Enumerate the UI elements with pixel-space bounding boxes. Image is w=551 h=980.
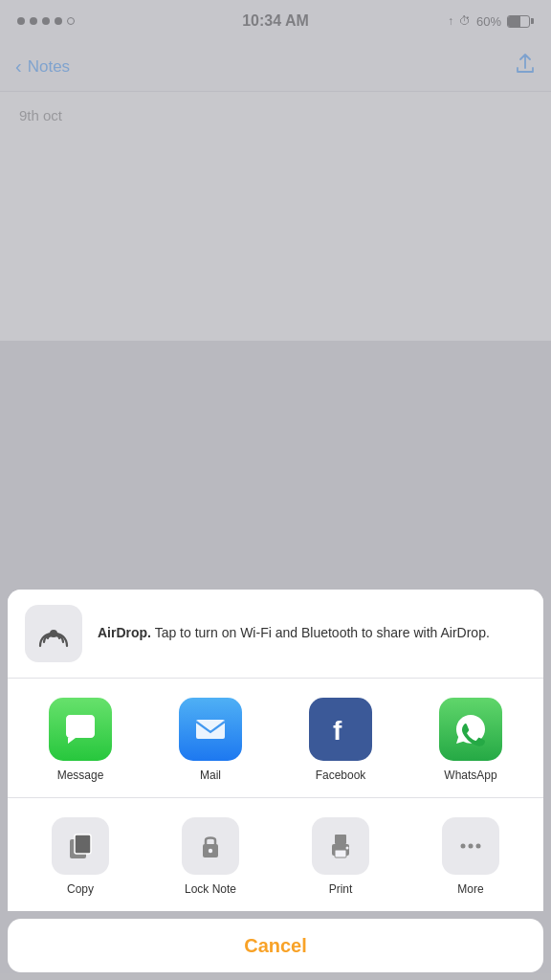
facebook-icon: f — [309, 698, 372, 761]
share-sheet: AirDrop. Tap to turn on Wi-Fi and Blueto… — [0, 590, 551, 980]
lock-note-label: Lock Note — [185, 882, 236, 896]
cancel-label: Cancel — [244, 935, 307, 957]
action-print[interactable]: Print — [302, 817, 379, 896]
cancel-button[interactable]: Cancel — [8, 919, 543, 972]
airdrop-description: AirDrop. Tap to turn on Wi-Fi and Blueto… — [98, 624, 490, 643]
mail-icon — [179, 698, 242, 761]
svg-text:f: f — [333, 716, 342, 746]
svg-rect-9 — [335, 850, 346, 858]
app-message[interactable]: Message — [42, 698, 119, 782]
airdrop-icon — [25, 605, 82, 662]
action-more[interactable]: More — [432, 817, 509, 896]
action-copy[interactable]: Copy — [42, 817, 119, 896]
copy-label: Copy — [67, 882, 94, 896]
airdrop-row[interactable]: AirDrop. Tap to turn on Wi-Fi and Blueto… — [8, 590, 543, 679]
action-lock-note[interactable]: Lock Note — [172, 817, 249, 896]
svg-point-11 — [461, 844, 466, 849]
svg-point-10 — [346, 847, 349, 850]
apps-row: Message Mail f Facebook — [8, 679, 543, 798]
airdrop-desc-text: Tap to turn on Wi-Fi and Bluetooth to sh… — [155, 625, 490, 640]
svg-point-13 — [476, 844, 481, 849]
print-icon — [312, 817, 369, 875]
lock-note-icon — [182, 817, 239, 875]
whatsapp-icon — [439, 698, 502, 761]
more-label: More — [457, 882, 483, 896]
svg-point-12 — [469, 844, 474, 849]
svg-point-6 — [209, 849, 212, 853]
svg-rect-4 — [75, 835, 91, 854]
share-panel: AirDrop. Tap to turn on Wi-Fi and Blueto… — [8, 590, 543, 911]
message-icon — [49, 698, 112, 761]
more-icon — [442, 817, 499, 875]
copy-icon — [52, 817, 109, 875]
whatsapp-label: WhatsApp — [444, 768, 496, 782]
mail-label: Mail — [200, 768, 221, 782]
actions-row: Copy Lock Note — [8, 798, 543, 911]
svg-rect-1 — [196, 720, 225, 739]
print-label: Print — [329, 882, 353, 896]
svg-rect-8 — [335, 835, 346, 844]
app-mail[interactable]: Mail — [172, 698, 249, 782]
facebook-label: Facebook — [316, 768, 366, 782]
app-whatsapp[interactable]: WhatsApp — [432, 698, 509, 782]
airdrop-title: AirDrop. — [98, 625, 151, 640]
message-label: Message — [57, 768, 104, 782]
app-facebook[interactable]: f Facebook — [302, 698, 379, 782]
